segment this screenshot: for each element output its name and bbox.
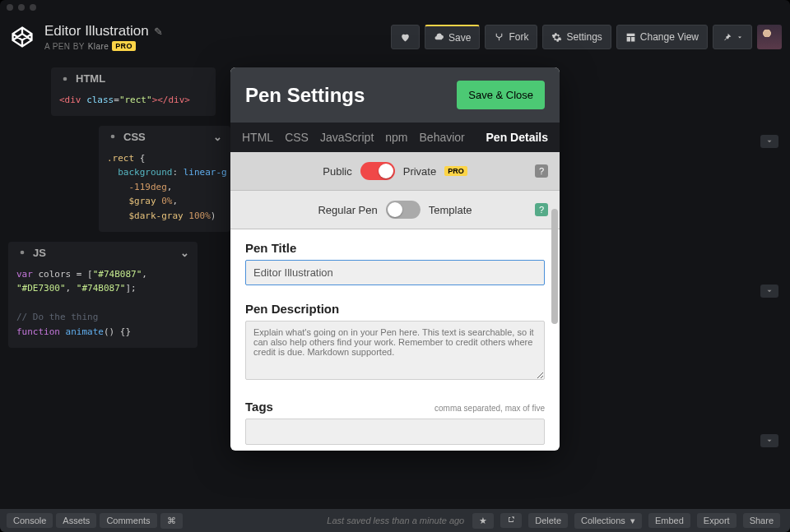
tab-behavior[interactable]: Behavior <box>420 131 465 144</box>
public-label: Public <box>323 165 351 178</box>
tab-css[interactable]: CSS <box>285 131 309 144</box>
settings-button[interactable]: Settings <box>542 25 611 49</box>
js-editor-panel[interactable]: JS⌄ var colors = ["#74B087","#DE7300", "… <box>8 242 198 348</box>
save-button[interactable]: Save <box>425 25 480 49</box>
share-button[interactable]: Share <box>743 513 780 528</box>
chevron-down-icon[interactable]: ⌄ <box>213 131 222 143</box>
pro-badge: PRO <box>444 166 467 176</box>
heart-button[interactable] <box>391 25 420 49</box>
pen-info: Editor Illustration ✎ A PEN BY Klare PRO <box>44 23 391 51</box>
traffic-light-close[interactable] <box>7 4 13 11</box>
collapse-button[interactable] <box>760 285 778 298</box>
pen-title: Editor Illustration <box>44 23 149 39</box>
pen-desc-label: Pen Description <box>245 302 545 316</box>
tags-input[interactable] <box>245 419 545 445</box>
tab-pen-details[interactable]: Pen Details <box>486 131 548 144</box>
modal-title: Pen Settings <box>245 84 457 107</box>
fork-button[interactable]: Fork <box>485 25 537 49</box>
collapse-button[interactable] <box>760 434 778 447</box>
traffic-light-max[interactable] <box>30 4 36 11</box>
collapse-button[interactable] <box>760 135 778 148</box>
change-view-button[interactable]: Change View <box>616 25 708 49</box>
tags-hint: comma separated, max of five <box>434 404 545 413</box>
author-link[interactable]: Klare <box>88 42 109 51</box>
console-button[interactable]: Console <box>7 513 53 528</box>
pro-badge: PRO <box>112 41 136 51</box>
tab-npm[interactable]: npm <box>385 131 407 144</box>
help-icon[interactable]: ? <box>535 164 548 178</box>
chevron-down-icon[interactable]: ⌄ <box>180 247 189 259</box>
assets-button[interactable]: Assets <box>56 513 96 528</box>
save-close-button[interactable]: Save & Close <box>457 81 545 109</box>
collections-button[interactable]: Collections ▾ <box>574 513 642 529</box>
tab-html[interactable]: HTML <box>242 131 273 144</box>
byline-prefix: A PEN BY <box>44 42 85 51</box>
privacy-toggle-row: Public Private PRO ? <box>230 152 560 191</box>
tab-javascript[interactable]: JavaScript <box>320 131 374 144</box>
private-label: Private <box>403 165 436 178</box>
pen-desc-textarea[interactable] <box>245 321 545 380</box>
pin-button[interactable] <box>713 25 752 49</box>
css-editor-panel[interactable]: CSS⌄ .rect { background: linear-g -119de… <box>99 126 230 232</box>
embed-button[interactable]: Embed <box>648 513 690 528</box>
delete-button[interactable]: Delete <box>528 513 568 528</box>
pen-settings-modal: Pen Settings Save & Close HTML CSS JavaS… <box>230 67 560 451</box>
app-header: Editor Illustration ✎ A PEN BY Klare PRO… <box>0 15 790 59</box>
footer-bar: Console Assets Comments ⌘ Last saved les… <box>0 509 790 532</box>
html-panel-label: HTML <box>76 72 105 85</box>
tags-label: Tags <box>245 400 273 414</box>
modal-tab-bar: HTML CSS JavaScript npm Behavior Pen Det… <box>230 123 560 152</box>
pen-title-input[interactable] <box>245 260 545 285</box>
template-label: Template <box>429 204 472 216</box>
privacy-switch[interactable] <box>360 162 395 180</box>
mac-titlebar <box>0 0 790 15</box>
regular-pen-label: Regular Pen <box>318 204 377 216</box>
help-icon[interactable]: ? <box>535 203 548 216</box>
popout-button[interactable] <box>500 513 522 528</box>
modal-scrollbar[interactable] <box>551 209 558 451</box>
comments-button[interactable]: Comments <box>100 513 156 528</box>
template-toggle-row: Regular Pen Template ? <box>230 191 560 229</box>
js-panel-label: JS <box>33 247 46 259</box>
css-panel-label: CSS <box>123 131 146 143</box>
save-status: Last saved less than a minute ago <box>327 516 464 525</box>
star-button[interactable]: ★ <box>472 513 494 529</box>
pen-title-label: Pen Title <box>245 241 545 255</box>
html-editor-panel[interactable]: HTML <div class="rect"></div> <box>51 67 216 116</box>
codepen-logo[interactable] <box>8 23 36 51</box>
traffic-light-min[interactable] <box>18 4 25 11</box>
export-button[interactable]: Export <box>697 513 737 528</box>
shortcuts-button[interactable]: ⌘ <box>160 513 183 529</box>
edit-title-icon[interactable]: ✎ <box>154 25 163 38</box>
user-avatar[interactable] <box>757 25 782 49</box>
template-switch[interactable] <box>386 201 421 219</box>
